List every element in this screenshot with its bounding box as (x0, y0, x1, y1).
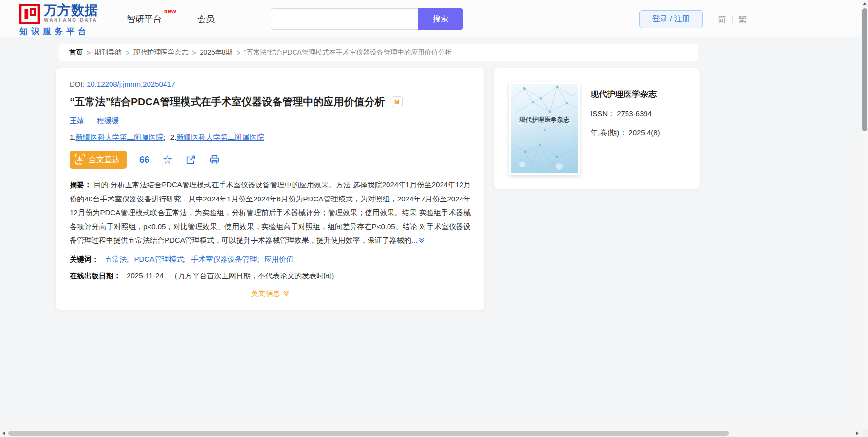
breadcrumb-separator: > (237, 49, 240, 56)
publish-date-row: 在线出版日期： 2025-11-24 （万方平台首次上网日期，不代表论文的发表时… (70, 272, 471, 281)
affiliation-index: 2. (170, 133, 177, 141)
breadcrumb-issue[interactable]: 2025年8期 (200, 48, 233, 57)
wanfang-logo[interactable]: 万方数据 WANFANG DATA 知识服务平台 (19, 4, 117, 37)
author-link[interactable]: 程缓缓 (97, 116, 119, 126)
expand-abstract-chevron-icon[interactable] (418, 235, 425, 249)
doi-row: DOI: 10.12208/j.jmnm.20250417 (70, 80, 471, 88)
journal-cover-title: 现代护理医学杂志 (511, 116, 578, 124)
breadcrumb-separator: > (87, 49, 91, 56)
breadcrumb-current-page: “五常法”结合PDCA管理模式在手术室仪器设备管理中的应用价值分析 (244, 48, 452, 57)
lang-simplified[interactable]: 简 (718, 14, 726, 25)
breadcrumb-separator: > (126, 49, 129, 56)
affiliations-row: 1.新疆医科大学第二附属医院; 2.新疆医科大学第二附属医院 (70, 133, 471, 142)
affiliation-index: 1. (70, 133, 76, 141)
keyword-link[interactable]: 五常法 (105, 255, 127, 263)
keywords-label: 关键词： (70, 255, 99, 263)
site-header: 万方数据 WANFANG DATA 知识服务平台 智研平台 new 会员 搜索 … (0, 0, 868, 37)
breadcrumb: 首页 > 期刊导航 > 现代护理医学杂志 > 2025年8期 > “五常法”结合… (59, 44, 698, 61)
keyword-link[interactable]: 应用价值 (264, 255, 294, 263)
keyword-separator: ; (257, 255, 259, 263)
search-bar: 搜索 (271, 8, 463, 30)
article-title: “五常法”结合PDCA管理模式在手术室仪器设备管理中的应用价值分析 (70, 95, 385, 108)
abstract-label: 摘要： (70, 181, 92, 189)
new-badge: new (164, 7, 176, 15)
brand-name-cn: 万方数据 (44, 4, 98, 17)
language-switch: 简 | 繁 (718, 14, 747, 25)
affiliation-link[interactable]: 新疆医科大学第二附属医院 (76, 133, 164, 141)
login-register-button[interactable]: 登录 / 注册 (639, 10, 703, 28)
publish-date-value: 2025-11-24 (127, 272, 164, 280)
quote-icon: 66 (139, 155, 149, 164)
scroll-up-arrow[interactable] (863, 2, 867, 5)
doi-link[interactable]: 10.12208/j.jmnm.20250417 (87, 80, 175, 88)
authors-row: 王婧 程缓缓 (70, 116, 471, 126)
brand-subtitle: 知识服务平台 (19, 26, 117, 37)
breadcrumb-journal-nav[interactable]: 期刊导航 (94, 48, 122, 57)
scroll-left-arrow[interactable] (2, 431, 5, 435)
scroll-right-arrow[interactable] (856, 431, 859, 435)
cite-button[interactable]: 66 (139, 153, 149, 166)
breadcrumb-home[interactable]: 首页 (69, 48, 83, 57)
journal-issn-row: ISSN： 2753-6394 (591, 109, 660, 119)
author-link[interactable]: 王婧 (70, 116, 84, 126)
wanfang-logo-icon (19, 4, 40, 24)
affiliation-separator: ; (164, 133, 166, 141)
vertical-scrollbar-thumb[interactable] (862, 8, 867, 131)
keyword-link[interactable]: 手术室仪器设备管理 (191, 255, 257, 263)
keyword-link[interactable]: PDCA管理模式 (134, 255, 184, 263)
article-actions: free 全文直达 66 ☆ (70, 150, 471, 169)
favorite-button[interactable]: ☆ (162, 153, 173, 166)
abstract-text: 目的 分析五常法结合PDCA管理模式在手术室仪器设备管理中的应用效果。方法 选择… (70, 181, 471, 244)
keyword-separator: ; (127, 255, 129, 263)
journal-card: 现代护理医学杂志 现代护理医学杂志 ISSN： 2753-6394 年,卷(期)… (494, 68, 700, 189)
share-button[interactable] (185, 153, 196, 166)
lang-divider: | (731, 15, 733, 24)
svg-text:free: free (76, 162, 82, 165)
journal-name[interactable]: 现代护理医学杂志 (591, 89, 660, 100)
page: 万方数据 WANFANG DATA 知识服务平台 智研平台 new 会员 搜索 … (0, 0, 868, 437)
keyword-separator: ; (184, 255, 185, 263)
med-badge-icon[interactable]: M (392, 96, 403, 107)
keywords-row: 关键词： 五常法; PDCA管理模式; 手术室仪器设备管理; 应用价值 (70, 255, 471, 264)
nav-membership[interactable]: 会员 (197, 13, 215, 25)
vertical-scrollbar[interactable] (861, 0, 868, 429)
affiliation-link[interactable]: 新疆医科大学第二附属医院 (176, 133, 264, 141)
fulltext-label: 全文直达 (89, 155, 120, 165)
volume-label: 年,卷(期)： (591, 128, 627, 137)
nav-zhiyan-platform[interactable]: 智研平台 new (127, 13, 162, 25)
breadcrumb-separator: > (192, 49, 196, 56)
search-input[interactable] (271, 8, 418, 30)
abstract-paragraph: 摘要： 目的 分析五常法结合PDCA管理模式在手术室仪器设备管理中的应用效果。方… (70, 178, 471, 249)
issn-label: ISSN： (591, 109, 615, 118)
print-button[interactable] (209, 153, 220, 166)
horizontal-scrollbar[interactable] (0, 429, 861, 437)
brand-name-en: WANFANG DATA (44, 18, 98, 23)
double-chevron-down-icon (283, 290, 290, 297)
journal-volume-row: 年,卷(期)： 2025,4(8) (591, 128, 660, 138)
star-icon: ☆ (162, 154, 173, 165)
free-download-icon: free (74, 154, 85, 165)
issn-value: 2753-6394 (617, 109, 652, 118)
horizontal-scrollbar-thumb[interactable] (8, 431, 729, 436)
publish-date-note: （万方平台首次上网日期，不代表论文的发表时间） (170, 272, 338, 280)
english-info-toggle[interactable]: 英文信息 (251, 289, 290, 298)
print-icon (209, 154, 220, 165)
share-icon (185, 154, 196, 165)
doi-label: DOI: (70, 80, 85, 88)
volume-value: 2025,4(8) (628, 128, 660, 137)
search-button[interactable]: 搜索 (418, 8, 463, 30)
scrollbar-corner (861, 429, 868, 437)
lang-traditional[interactable]: 繁 (738, 14, 747, 25)
breadcrumb-journal[interactable]: 现代护理医学杂志 (133, 48, 188, 57)
article-card: DOI: 10.12208/j.jmnm.20250417 “五常法”结合PDC… (56, 68, 484, 310)
publish-date-label: 在线出版日期： (70, 272, 121, 280)
cover-network-pattern (511, 84, 578, 173)
journal-cover[interactable]: 现代护理医学杂志 (509, 82, 580, 175)
fulltext-button[interactable]: free 全文直达 (70, 151, 127, 169)
